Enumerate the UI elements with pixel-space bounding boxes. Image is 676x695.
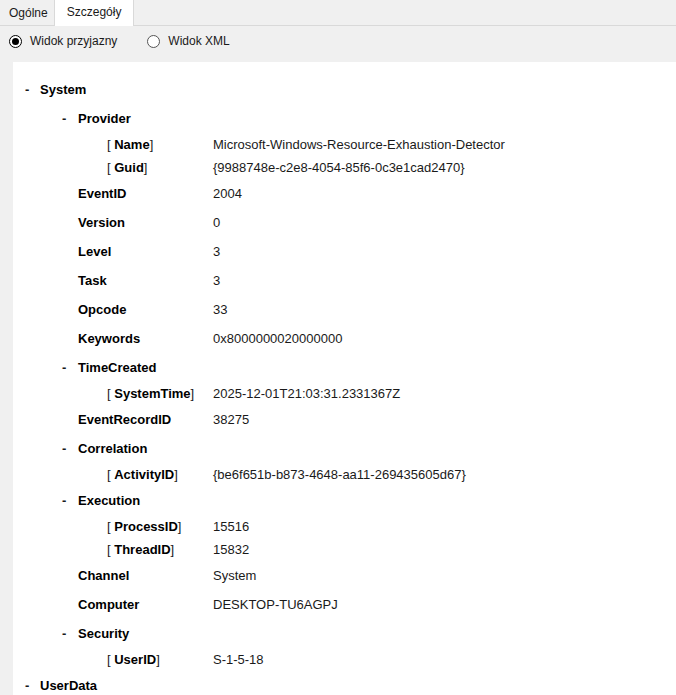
attribute-value: 15516 <box>213 519 249 534</box>
attribute-label: [ ActivityID] <box>107 467 213 482</box>
event-viewer-details-pane: { "tabs": [ { "label": "Ogólne", "active… <box>0 0 676 695</box>
view-selector-bar: Widok przyjazny Widok XML <box>0 26 676 62</box>
attribute-value: 2025-12-01T21:03:31.2331367Z <box>213 386 400 401</box>
attribute-label: [ ThreadID] <box>107 542 213 557</box>
node-label: Provider <box>78 111 131 126</box>
node-value: 3 <box>213 273 220 288</box>
node-label: System <box>40 82 86 97</box>
tree-row-EventRecordID: EventRecordID38275 <box>13 405 676 434</box>
node-value: 0x8000000020000000 <box>213 331 342 346</box>
radio-xml-view[interactable]: Widok XML <box>147 34 229 48</box>
tree-row-ProcessID: [ ProcessID]15516 <box>13 515 676 538</box>
tree-row-Security: -Security <box>13 619 676 648</box>
tree-row-Level: Level3 <box>13 237 676 266</box>
node-label: Opcode <box>78 302 213 317</box>
tree-row-Keywords: Keywords0x8000000020000000 <box>13 324 676 353</box>
node-value: System <box>213 568 256 583</box>
node-label: Keywords <box>78 331 213 346</box>
node-value: 3 <box>213 244 220 259</box>
collapse-toggle-icon[interactable]: - <box>62 626 78 641</box>
tree-row-Guid: [ Guid]{9988748e-c2e8-4054-85f6-0c3e1cad… <box>13 156 676 179</box>
attribute-value: {9988748e-c2e8-4054-85f6-0c3e1cad2470} <box>213 160 465 175</box>
node-label: UserData <box>40 678 97 693</box>
node-label: Correlation <box>78 441 147 456</box>
node-label: Execution <box>78 493 140 508</box>
tree-row-SystemTime: [ SystemTime]2025-12-01T21:03:31.2331367… <box>13 382 676 405</box>
collapse-toggle-icon[interactable]: - <box>62 111 78 126</box>
node-label: EventRecordID <box>78 412 213 427</box>
attribute-value: Microsoft-Windows-Resource-Exhaustion-De… <box>213 137 505 152</box>
attribute-value: 15832 <box>213 542 249 557</box>
attribute-value: {be6f651b-b873-4648-aa11-269435605d67} <box>213 467 466 482</box>
tree-row-TimeCreated: -TimeCreated <box>13 353 676 382</box>
node-label: Channel <box>78 568 213 583</box>
tab-general[interactable]: Ogólne <box>3 2 54 25</box>
tree-row-Task: Task3 <box>13 266 676 295</box>
friendly-view-tree: -System-Provider[ Name]Microsoft-Windows… <box>13 62 676 695</box>
attribute-label: [ SystemTime] <box>107 386 213 401</box>
attribute-label: [ UserID] <box>107 652 213 667</box>
node-label: Computer <box>78 597 213 612</box>
tree-row-Channel: ChannelSystem <box>13 561 676 590</box>
tree-row-Provider: -Provider <box>13 104 676 133</box>
node-label: Version <box>78 215 213 230</box>
node-label: Task <box>78 273 213 288</box>
tree-row-Version: Version0 <box>13 208 676 237</box>
tree-row-ThreadID: [ ThreadID]15832 <box>13 538 676 561</box>
attribute-label: [ Name] <box>107 137 213 152</box>
attribute-value: S-1-5-18 <box>213 652 264 667</box>
radio-friendly-view[interactable]: Widok przyjazny <box>9 34 117 48</box>
collapse-toggle-icon[interactable]: - <box>62 360 78 375</box>
tree-row-System: -System <box>13 75 676 104</box>
node-label: Security <box>78 626 129 641</box>
radio-unselected-icon[interactable] <box>147 35 160 48</box>
attribute-label: [ ProcessID] <box>107 519 213 534</box>
node-value: 33 <box>213 302 227 317</box>
tree-row-Opcode: Opcode33 <box>13 295 676 324</box>
tree-row-EventID: EventID2004 <box>13 179 676 208</box>
tree-row-UserData: -UserData <box>13 671 676 695</box>
tab-details[interactable]: Szczegóły <box>54 0 135 26</box>
tree-row-UserID: [ UserID]S-1-5-18 <box>13 648 676 671</box>
radio-selected-icon[interactable] <box>9 35 22 48</box>
node-label: Level <box>78 244 213 259</box>
node-label: EventID <box>78 186 213 201</box>
collapse-toggle-icon[interactable]: - <box>62 493 78 508</box>
node-value: 2004 <box>213 186 242 201</box>
tree-row-ActivityID: [ ActivityID]{be6f651b-b873-4648-aa11-26… <box>13 463 676 486</box>
tree-row-Computer: ComputerDESKTOP-TU6AGPJ <box>13 590 676 619</box>
tab-strip: Ogólne Szczegóły <box>0 0 676 26</box>
collapse-toggle-icon[interactable]: - <box>25 82 40 97</box>
attribute-label: [ Guid] <box>107 160 213 175</box>
tree-row-Correlation: -Correlation <box>13 434 676 463</box>
tree-row-Name: [ Name]Microsoft-Windows-Resource-Exhaus… <box>13 133 676 156</box>
node-value: DESKTOP-TU6AGPJ <box>213 597 338 612</box>
collapse-toggle-icon[interactable]: - <box>62 441 78 456</box>
radio-xml-view-label: Widok XML <box>168 34 229 48</box>
radio-friendly-view-label: Widok przyjazny <box>30 34 117 48</box>
tree-row-Execution: -Execution <box>13 486 676 515</box>
node-value: 0 <box>213 215 220 230</box>
node-value: 38275 <box>213 412 249 427</box>
collapse-toggle-icon[interactable]: - <box>25 678 40 693</box>
node-label: TimeCreated <box>78 360 157 375</box>
